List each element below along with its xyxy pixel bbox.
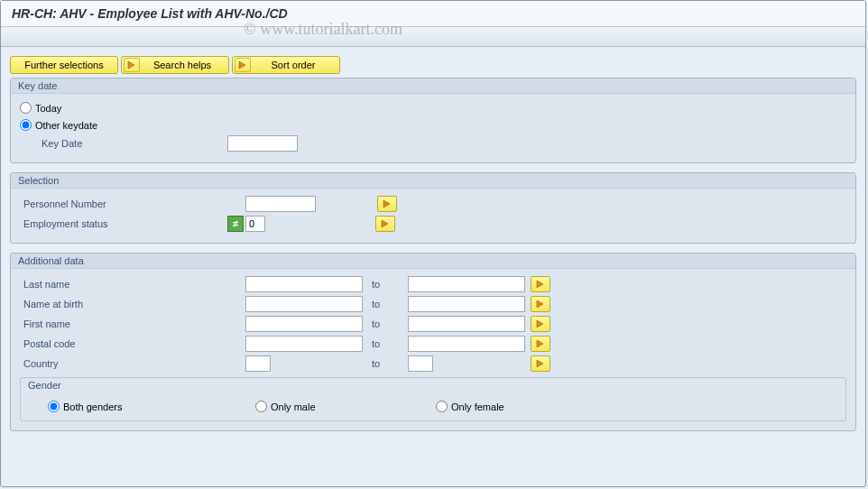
keydate-legend: Key date	[11, 78, 855, 94]
table-row: First name to	[20, 314, 846, 334]
key-date-input[interactable]	[227, 135, 298, 152]
last-name-label: Last name	[20, 279, 227, 290]
postal-code-to-input[interactable]	[408, 336, 525, 352]
personnel-number-label: Personnel Number	[20, 198, 227, 209]
table-row: Country to	[20, 354, 846, 374]
country-from-input[interactable]	[245, 355, 271, 372]
to-label: to	[372, 299, 399, 309]
employment-status-input[interactable]	[245, 216, 265, 232]
sort-order-label: Sort order	[272, 60, 316, 70]
further-selections-label: Further selections	[24, 60, 103, 70]
selection-group: Selection Personnel Number Employment st…	[10, 172, 856, 244]
first-name-label: First name	[20, 318, 227, 329]
name-at-birth-from-input[interactable]	[245, 296, 363, 312]
additional-group: Additional data Last name to Name at bir…	[10, 253, 856, 431]
last-name-to-input[interactable]	[408, 276, 525, 292]
postal-code-from-input[interactable]	[245, 336, 363, 352]
additional-legend: Additional data	[11, 254, 855, 269]
gender-legend: Gender	[21, 378, 845, 392]
last-name-from-input[interactable]	[245, 276, 363, 292]
country-to-input[interactable]	[408, 355, 433, 372]
today-radio[interactable]	[20, 102, 32, 114]
postal-code-label: Postal code	[20, 338, 227, 349]
page-title: HR-CH: AHV - Employee List with AHV-No./…	[1, 1, 865, 27]
arrow-right-icon	[124, 58, 140, 72]
country-label: Country	[20, 358, 227, 369]
key-date-field-label: Key Date	[20, 138, 227, 149]
to-label: to	[372, 279, 399, 290]
last-name-multi-button[interactable]	[531, 276, 550, 292]
only-male-radio[interactable]	[255, 401, 267, 412]
first-name-to-input[interactable]	[408, 316, 525, 332]
other-keydate-label: Other keydate	[35, 120, 97, 131]
employment-status-multi-button[interactable]	[375, 216, 395, 232]
both-genders-label: Both genders	[63, 401, 122, 412]
country-multi-button[interactable]	[531, 355, 550, 372]
table-row: Last name to	[20, 274, 846, 294]
to-label: to	[372, 318, 399, 329]
gender-group: Gender Both genders Only male	[20, 377, 846, 421]
arrow-right-icon	[235, 58, 251, 72]
to-label: to	[372, 338, 399, 349]
keydate-group: Key date Today Other keydate Key Date	[10, 78, 856, 163]
personnel-number-multi-button[interactable]	[377, 196, 397, 212]
name-at-birth-to-input[interactable]	[408, 296, 525, 312]
postal-code-multi-button[interactable]	[531, 336, 550, 352]
table-row: Postal code to	[20, 334, 846, 354]
further-selections-button[interactable]: Further selections	[10, 56, 118, 74]
search-helps-label: Search helps	[153, 60, 211, 70]
both-genders-radio[interactable]	[48, 401, 60, 412]
only-male-label: Only male	[271, 401, 316, 412]
sort-order-button[interactable]: Sort order	[232, 56, 340, 74]
name-at-birth-multi-button[interactable]	[531, 296, 550, 312]
only-female-label: Only female	[451, 401, 504, 412]
to-label: to	[372, 358, 399, 369]
action-button-row: Further selections Search helps Sort ord…	[10, 56, 856, 74]
table-row: Name at birth to	[20, 294, 846, 314]
search-helps-button[interactable]: Search helps	[121, 56, 229, 74]
other-keydate-radio[interactable]	[20, 119, 32, 131]
today-label: Today	[35, 103, 61, 114]
toolbar-strip	[1, 27, 865, 47]
only-female-radio[interactable]	[436, 401, 448, 412]
not-equal-icon[interactable]: ≠	[227, 216, 244, 232]
name-at-birth-label: Name at birth	[20, 299, 227, 309]
first-name-multi-button[interactable]	[531, 316, 550, 332]
personnel-number-input[interactable]	[245, 196, 316, 212]
selection-legend: Selection	[11, 173, 855, 189]
first-name-from-input[interactable]	[245, 316, 363, 332]
employment-status-label: Employment status	[20, 218, 227, 229]
